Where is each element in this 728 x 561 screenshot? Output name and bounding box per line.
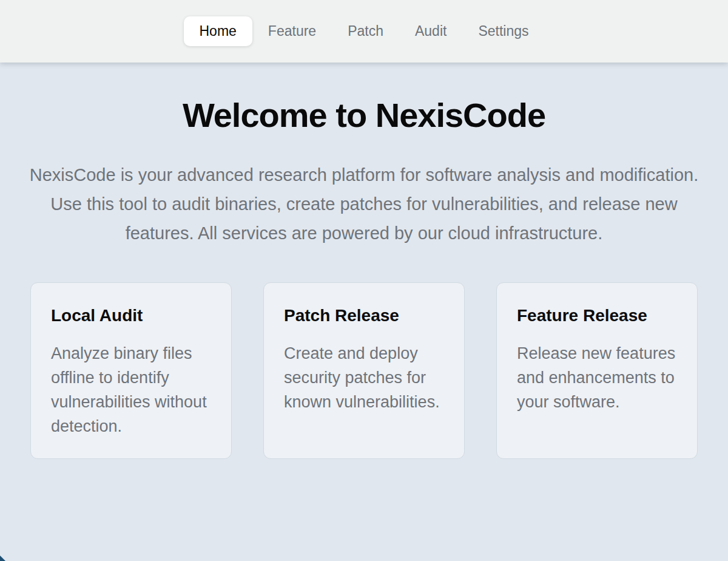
- nav-tab-settings[interactable]: Settings: [462, 16, 544, 46]
- card-description: Create and deploy security patches for k…: [284, 341, 445, 414]
- card-local-audit: Local Audit Analyze binary files offline…: [30, 282, 232, 459]
- nav-tab-feature[interactable]: Feature: [252, 16, 332, 46]
- intro-text: NexisCode is your advanced research plat…: [29, 160, 699, 248]
- top-navbar: Home Feature Patch Audit Settings: [0, 0, 728, 63]
- card-feature-release: Feature Release Release new features and…: [496, 282, 698, 459]
- nav-tab-home[interactable]: Home: [184, 16, 252, 46]
- feature-cards: Local Audit Analyze binary files offline…: [0, 282, 728, 459]
- page-title: Welcome to NexisCode: [0, 95, 728, 135]
- main-content: Welcome to NexisCode NexisCode is your a…: [0, 63, 728, 459]
- cursor-artifact: [0, 556, 5, 561]
- nav-tab-audit[interactable]: Audit: [399, 16, 462, 46]
- nav-tab-patch[interactable]: Patch: [332, 16, 399, 46]
- card-title: Patch Release: [284, 306, 445, 325]
- card-title: Local Audit: [51, 306, 212, 325]
- card-description: Analyze binary files offline to identify…: [51, 341, 212, 438]
- card-patch-release: Patch Release Create and deploy security…: [263, 282, 465, 459]
- card-title: Feature Release: [517, 306, 678, 325]
- card-description: Release new features and enhancements to…: [517, 341, 678, 414]
